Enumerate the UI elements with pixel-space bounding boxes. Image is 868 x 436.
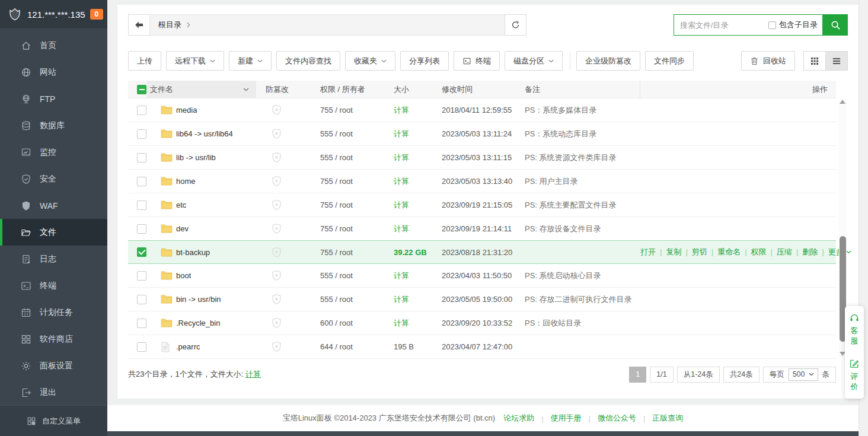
recycle-bin-button[interactable]: 回收站 — [741, 51, 795, 71]
content-search-button[interactable]: 文件内容查找 — [276, 51, 340, 71]
checkbox-square[interactable] — [768, 21, 776, 29]
page-indicator[interactable]: 1/1 — [650, 367, 673, 383]
sidebar-item-home[interactable]: 首页 — [0, 32, 107, 59]
upload-button[interactable]: 上传 — [128, 51, 161, 71]
shield-x-icon[interactable] — [272, 152, 308, 163]
row-action-copy[interactable]: 复制 — [666, 247, 681, 257]
file-name[interactable]: bt-backup — [176, 248, 210, 257]
sidebar-item-cron[interactable]: 计划任务 — [0, 299, 107, 326]
table-row[interactable]: bin -> usr/bin 555 / root 计算 2023/05/05 … — [128, 288, 836, 311]
table-row[interactable]: media 755 / root 计算 2018/04/11 12:59:55 … — [128, 98, 836, 122]
customer-service-button[interactable]: 客服 — [850, 313, 859, 346]
table-row[interactable]: etc 755 / root 计算 2023/09/19 21:15:05 PS… — [128, 193, 836, 217]
new-button[interactable]: 新建 — [229, 51, 272, 71]
sidebar-item-sites[interactable]: 网站 — [0, 59, 107, 85]
file-name[interactable]: .Recycle_bin — [176, 319, 220, 327]
file-size[interactable]: 计算 — [377, 200, 427, 211]
file-name[interactable]: etc — [176, 201, 186, 209]
file-name[interactable]: bin -> usr/bin — [176, 295, 221, 304]
sidebar-item-logs[interactable]: 日志 — [0, 246, 107, 272]
shield-x-icon[interactable] — [272, 270, 308, 281]
terminal-button[interactable]: 终端 — [454, 51, 500, 71]
file-size[interactable]: 39.22 GB — [377, 248, 427, 257]
sidebar-item-security[interactable]: 安全 — [0, 166, 107, 192]
footer-link[interactable]: 论坛求助 — [503, 413, 534, 424]
row-checkbox[interactable] — [137, 342, 146, 352]
custom-menu-button[interactable]: 自定义菜单 — [0, 405, 107, 436]
row-action-delete[interactable]: 删除 — [802, 247, 818, 257]
notice-badge[interactable]: 0 — [90, 9, 104, 20]
file-size[interactable]: 计算 — [377, 105, 427, 116]
file-name[interactable]: media — [176, 106, 197, 114]
footer-link[interactable]: 使用手册 — [551, 413, 582, 424]
select-all-checkbox[interactable] — [137, 85, 146, 94]
shield-x-icon[interactable] — [272, 294, 308, 305]
shield-x-icon[interactable] — [272, 341, 308, 352]
row-action-open[interactable]: 打开 — [640, 247, 656, 257]
row-checkbox[interactable] — [137, 295, 146, 304]
row-checkbox[interactable] — [137, 319, 146, 328]
file-sync-button[interactable]: 文件同步 — [645, 51, 694, 71]
sidebar-item-panel-settings[interactable]: 面板设置 — [0, 352, 107, 379]
header-tamper[interactable]: 防篡改 — [256, 84, 308, 95]
file-size[interactable]: 计算 — [377, 224, 427, 234]
chevron-down-icon[interactable] — [243, 88, 249, 91]
header-permission[interactable]: 权限 / 所有者 — [308, 84, 377, 95]
row-checkbox[interactable] — [137, 177, 146, 186]
shield-x-icon[interactable] — [272, 223, 308, 234]
file-size[interactable]: 195 B — [377, 342, 427, 351]
row-action-permission[interactable]: 权限 — [751, 247, 767, 257]
breadcrumb[interactable]: 根目录 — [149, 14, 505, 36]
file-size[interactable]: 计算 — [377, 270, 427, 281]
header-mtime[interactable]: 修改时间 — [427, 84, 515, 95]
row-action-compress[interactable]: 压缩 — [777, 247, 792, 257]
row-checkbox[interactable] — [137, 153, 146, 163]
favorites-button[interactable]: 收藏夹 — [345, 51, 395, 71]
remote-download-button[interactable]: 远程下载 — [166, 51, 224, 71]
disk-partition-button[interactable]: 磁盘分区 — [505, 51, 563, 71]
header-filename[interactable]: 文件名 — [146, 81, 256, 98]
table-row[interactable]: lib64 -> usr/lib64 555 / root 计算 2023/05… — [128, 122, 836, 146]
shield-x-icon[interactable] — [272, 247, 308, 258]
sidebar-item-monitor[interactable]: 监控 — [0, 139, 107, 166]
table-row[interactable]: bt-backup 755 / root 39.22 GB 2023/08/18… — [128, 240, 836, 264]
table-row[interactable]: .pearrc 644 / root 195 B 2023/04/07 12:4… — [128, 335, 836, 359]
file-size[interactable]: 计算 — [377, 318, 427, 329]
footer-link[interactable]: 微信公众号 — [598, 413, 636, 424]
file-name[interactable]: dev — [176, 224, 189, 233]
page-number-current[interactable]: 1 — [629, 367, 646, 383]
table-row[interactable]: home 755 / root 计算 2023/05/03 13:13:40 P… — [128, 170, 836, 193]
sidebar-item-database[interactable]: 数据库 — [0, 112, 107, 139]
scroll-up-arrow[interactable] — [840, 100, 845, 104]
table-row[interactable]: boot 555 / root 计算 2023/04/03 11:50:50 P… — [128, 264, 836, 288]
sidebar-item-logout[interactable]: 退出 — [0, 379, 107, 405]
sidebar-item-app-store[interactable]: 软件商店 — [0, 326, 107, 352]
file-name[interactable]: .pearrc — [176, 342, 200, 351]
sidebar-item-terminal[interactable]: 终端 — [0, 272, 107, 299]
shield-x-icon[interactable] — [272, 176, 308, 187]
header-size[interactable]: 大小 — [377, 84, 427, 95]
list-view-button[interactable] — [825, 51, 848, 71]
file-name[interactable]: home — [176, 177, 196, 186]
refresh-button[interactable] — [505, 14, 526, 36]
shield-x-icon[interactable] — [272, 199, 308, 211]
shield-x-icon[interactable] — [272, 317, 308, 329]
file-size[interactable]: 计算 — [377, 176, 427, 187]
file-size[interactable]: 计算 — [377, 152, 427, 163]
grid-view-button[interactable] — [803, 51, 826, 71]
row-checkbox[interactable] — [137, 106, 146, 115]
header-remark[interactable]: 备注 — [515, 81, 640, 98]
footer-link[interactable]: 正版查询 — [652, 413, 683, 424]
sidebar-item-waf[interactable]: WAF — [0, 192, 107, 219]
file-name[interactable]: boot — [176, 271, 191, 280]
calc-size-link[interactable]: 计算 — [245, 370, 261, 378]
include-subdir-checkbox[interactable]: 包含子目录 — [768, 20, 818, 30]
file-size[interactable]: 计算 — [377, 129, 427, 139]
sidebar-item-files[interactable]: 文件 — [0, 219, 107, 246]
share-list-button[interactable]: 分享列表 — [400, 51, 449, 71]
file-name[interactable]: lib -> usr/lib — [176, 153, 216, 162]
file-size[interactable]: 计算 — [377, 294, 427, 305]
search-input[interactable] — [680, 21, 765, 30]
row-checkbox[interactable] — [137, 201, 146, 210]
row-action-cut[interactable]: 剪切 — [692, 247, 707, 257]
